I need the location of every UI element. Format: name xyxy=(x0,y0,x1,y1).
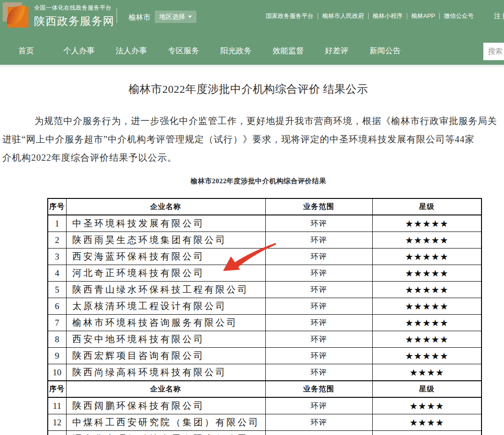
cell-no: 6 xyxy=(48,298,66,315)
cell-scope: 环评 xyxy=(265,397,372,414)
nav-item-zones[interactable]: 专区服务 xyxy=(168,45,199,56)
table-row: 13 渭南华山环保科技发展有限责任公司 环评 ★★★★ xyxy=(48,431,482,435)
brand-block: 全国一体化在线政务服务平台 陕西政务服务网 xyxy=(34,4,114,28)
top-link-app[interactable]: 榆林APP xyxy=(411,12,435,20)
cell-scope: 环评 xyxy=(265,249,372,265)
cell-scope: 环评 xyxy=(265,331,372,348)
col-header-scope: 业务范围 xyxy=(265,381,372,397)
nav-item-news[interactable]: 新闻公告 xyxy=(370,45,401,56)
cell-scope: 环评 xyxy=(265,315,372,331)
cell-star-rating: ★★★★ xyxy=(372,364,482,381)
cell-scope: 环评 xyxy=(265,215,372,232)
cell-scope: 环评 xyxy=(265,364,372,381)
nav-item-home[interactable]: 首页 xyxy=(18,45,34,56)
table-row: 8 西安中地环境科技有限公司 环评 ★★★★★ xyxy=(48,331,482,348)
cell-star-rating: ★★★★★ xyxy=(372,331,482,348)
site-name: 陕西政务服务网 xyxy=(34,14,114,28)
cell-company-name: 中煤科工西安研究院（集团）有限公司 xyxy=(66,414,265,431)
top-link-national-platform[interactable]: 国家政务服务平台 xyxy=(266,12,314,20)
cell-no: 5 xyxy=(48,282,66,298)
nav-item-personal[interactable]: 个人办事 xyxy=(63,45,95,56)
cell-star-rating: ★★★★★ xyxy=(372,282,482,298)
cell-company-name: 河北奇正环境科技有限公司 xyxy=(66,265,265,282)
page: { "header": { "platform_label": "全国一体化在线… xyxy=(0,0,504,435)
top-link-wechat[interactable]: 微信公众号 xyxy=(444,12,474,20)
cell-star-rating: ★★★★★ xyxy=(372,348,482,364)
page-title: 榆林市2022年度涉批中介机构综合评价 结果公示 xyxy=(0,82,497,96)
col-header-stars: 星级 xyxy=(372,198,482,215)
table-row: 1 中圣环境科技发展有限公司 环评 ★★★★★ xyxy=(48,215,482,232)
nav-item-review[interactable]: 好差评 xyxy=(325,45,348,56)
cell-company-name: 西安中地环境科技有限公司 xyxy=(66,331,265,348)
caret-down-icon xyxy=(188,16,192,18)
table-header-row: 序号 企业名称 业务范围 星级 xyxy=(48,198,482,215)
cell-star-rating: ★★★★★ xyxy=(372,298,482,315)
cell-scope: 环评 xyxy=(265,414,372,431)
col-header-name: 企业名称 xyxy=(66,198,265,215)
cell-scope: 环评 xyxy=(265,348,372,364)
cell-company-name: 陕西青山绿水环保科技工程有限公司 xyxy=(66,282,265,298)
header-divider xyxy=(117,8,117,23)
region-selector-label: 地区选择 xyxy=(159,13,185,21)
region-selector-button[interactable]: 地区选择 xyxy=(155,11,196,23)
cell-scope: 环评 xyxy=(265,282,372,298)
table-row: 11 陕西阔鹏环保科技有限公司 环评 ★★★★ xyxy=(48,397,482,414)
search-input[interactable] xyxy=(483,43,504,60)
table-header-row: 序号 企业名称 业务范围 星级 xyxy=(48,381,482,397)
link-separator xyxy=(439,13,440,19)
nav-item-sunshine[interactable]: 阳光政务 xyxy=(220,45,252,56)
cell-company-name: 渭南华山环保科技发展有限责任公司 xyxy=(66,431,265,435)
cell-no: 8 xyxy=(48,331,66,348)
cell-no: 4 xyxy=(48,265,66,282)
cell-no: 9 xyxy=(48,348,66,364)
link-separator xyxy=(368,13,369,19)
link-separator xyxy=(318,13,318,19)
cell-scope: 环评 xyxy=(265,298,372,315)
nav-item-supervision[interactable]: 效能监督 xyxy=(273,45,304,56)
cell-company-name: 榆林市环境科技咨询服务有限公司 xyxy=(66,315,265,331)
cell-company-name: 陕西雨昊生态环境集团有限公司 xyxy=(66,232,265,249)
cell-star-rating: ★★★★ xyxy=(372,397,482,414)
header-bottom-strip xyxy=(0,65,504,67)
paragraph-line: 介机构2022年度综合评价结果予以公示。 xyxy=(2,148,504,167)
table-row: 3 西安海蓝环保科技有限公司 环评 ★★★★★ xyxy=(48,249,482,265)
cell-company-name: 太原核清环境工程设计有限公司 xyxy=(66,298,265,315)
main-nav: 首页 个人办事 法人办事 专区服务 阳光政务 效能监督 好差评 新闻公告 xyxy=(18,45,401,56)
table-row: 4 河北奇正环境科技有限公司 环评 ★★★★★ xyxy=(48,265,482,282)
site-header: 全国一体化在线政务服务平台 陕西政务服务网 榆林市 地区选择 国家政务服务平台 … xyxy=(0,0,504,65)
current-city-label: 榆林市 xyxy=(129,13,151,23)
table-row: 7 榆林市环境科技咨询服务有限公司 环评 ★★★★★ xyxy=(48,315,482,331)
col-header-name: 企业名称 xyxy=(66,381,265,397)
register-link[interactable]: 注册 xyxy=(494,12,504,21)
article-paragraph: 为规范中介服务行为，进一步强化中介监管工作，更好地提升我市营商环境，根据《榆林市… xyxy=(2,112,504,167)
table-row: 2 陕西雨昊生态环境集团有限公司 环评 ★★★★★ xyxy=(48,232,482,249)
cell-company-name: 陕西尚绿高科环境科技有限公司 xyxy=(66,364,265,381)
table-row: 9 陕西宏辉项目咨询有限公司 环评 ★★★★★ xyxy=(48,348,482,364)
cell-star-rating: ★★★★★ xyxy=(372,249,482,265)
cell-no: 1 xyxy=(48,215,66,232)
col-header-stars: 星级 xyxy=(372,381,482,397)
cell-star-rating: ★★★★ xyxy=(372,414,482,431)
cell-no: 13 xyxy=(48,431,66,435)
paragraph-line: 进驻“网上中介服务超市”中介机构考评管理规定（试行）》要求，现将评定的中圣环境科… xyxy=(2,130,504,148)
table-row: 10 陕西尚绿高科环境科技有限公司 环评 ★★★★ xyxy=(48,364,482,381)
table-row: 5 陕西青山绿水环保科技工程有限公司 环评 ★★★★★ xyxy=(48,282,482,298)
cell-no: 2 xyxy=(48,232,66,249)
site-logo[interactable] xyxy=(3,2,28,28)
col-header-no: 序号 xyxy=(48,198,66,215)
paragraph-line: 为规范中介服务行为，进一步强化中介监管工作，更好地提升我市营商环境，根据《榆林市… xyxy=(2,112,504,130)
cell-no: 11 xyxy=(48,397,66,414)
cell-company-name: 中圣环境科技发展有限公司 xyxy=(66,215,265,232)
evaluation-table: 序号 企业名称 业务范围 星级 1 中圣环境科技发展有限公司 环评 ★★★★★ … xyxy=(47,198,482,435)
cell-star-rating: ★★★★★ xyxy=(372,215,482,232)
cell-no: 7 xyxy=(48,315,66,331)
cell-scope: 环评 xyxy=(265,431,372,435)
cell-company-name: 陕西阔鹏环保科技有限公司 xyxy=(66,397,265,414)
cell-no: 12 xyxy=(48,414,66,431)
top-link-mini-program[interactable]: 榆林小程序 xyxy=(373,12,403,20)
top-links: 国家政务服务平台 榆林市人民政府 榆林小程序 榆林APP 微信公众号 xyxy=(266,12,474,20)
platform-label: 全国一体化在线政务服务平台 xyxy=(34,4,114,12)
top-link-city-government[interactable]: 榆林市人民政府 xyxy=(322,12,364,20)
nav-item-legal[interactable]: 法人办事 xyxy=(116,45,147,56)
cell-no: 10 xyxy=(48,364,66,381)
